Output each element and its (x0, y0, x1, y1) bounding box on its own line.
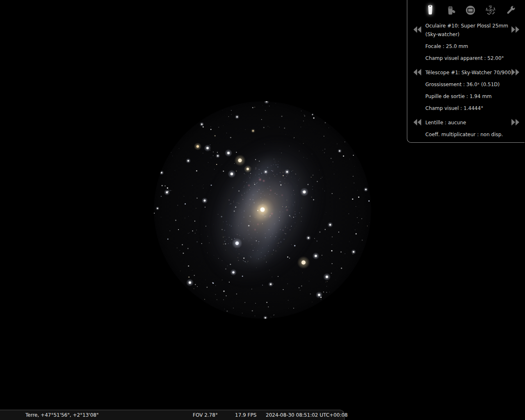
magnification: Grossissement : 36.0ˣ (0.51D) (425, 82, 500, 87)
telescope-name: Télescope #1: Sky-Watcher 70/900 (425, 70, 511, 75)
sensor-view-icon[interactable] (464, 4, 477, 16)
ocular-name-line2: (Sky-watcher) (425, 32, 459, 37)
ocular-view-icon[interactable] (424, 4, 436, 16)
exit-pupil: Pupille de sortie : 1.94 mm (425, 94, 492, 99)
previous-lens-button[interactable] (413, 119, 422, 126)
next-ocular-button[interactable] (511, 26, 520, 33)
ocular-focal-length: Focale : 25.0 mm (425, 43, 468, 49)
previous-telescope-button[interactable] (413, 68, 422, 76)
stellarium-window: Oculaire #10: Super Plossl 25mm (Sky-wat… (0, 0, 525, 420)
previous-ocular-button[interactable] (413, 26, 422, 33)
settings-icon[interactable] (504, 4, 517, 16)
lens-name: Lentille : aucune (425, 120, 466, 126)
status-bar: Terre, +47°51'56", +2°13'08" FOV 2.78° 1… (0, 410, 345, 420)
lens-multiplier: Coeff. multiplicateur : non disp. (425, 132, 503, 137)
ocular-apparent-fov: Champ visuel apparent : 52.00° (425, 55, 504, 61)
crosshairs-icon[interactable] (444, 4, 457, 16)
datetime-text: 2024-08-30 08:51:02 UTC+00:08 (266, 410, 348, 420)
next-lens-button[interactable] (511, 119, 520, 126)
true-fov: Champ visuel : 1.4444° (425, 105, 483, 111)
telrad-view-icon[interactable] (484, 4, 497, 16)
ocular-name-line1: Oculaire #10: Super Plossl 25mm (425, 23, 508, 29)
oculars-panel: Oculaire #10: Super Plossl 25mm (Sky-wat… (407, 0, 525, 143)
next-telescope-button[interactable] (511, 68, 520, 76)
fov-text: FOV 2.78° (193, 410, 218, 420)
location-text: Terre, +47°51'56", +2°13'08" (25, 410, 98, 420)
galaxy-core-star (250, 197, 275, 222)
fps-text: 17.9 FPS (235, 410, 256, 420)
